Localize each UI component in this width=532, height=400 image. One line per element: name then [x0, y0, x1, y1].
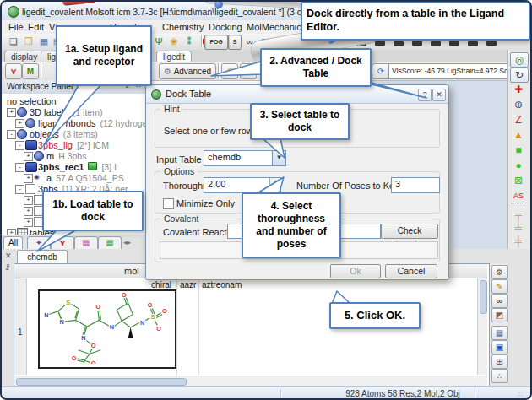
tree-expander-icon[interactable]: + [7, 229, 16, 235]
spinner-arrows[interactable]: ▲▼ [269, 178, 280, 192]
icm-object-icon [25, 140, 37, 150]
form-view-icon[interactable]: ▣ [491, 340, 508, 354]
translate-icon[interactable]: ✚ [510, 83, 527, 96]
table-tab-chemdb[interactable]: chemdb [17, 250, 68, 263]
clip-slab-icon[interactable]: ╪ [510, 235, 527, 248]
tab-molecule-icon[interactable]: ⋎ [51, 236, 74, 249]
app-icon [8, 6, 19, 18]
tree-expander-icon[interactable]: + [15, 119, 24, 128]
table-horizontal-scrollbar[interactable] [14, 376, 487, 386]
resize-grip[interactable]: .:: [517, 390, 523, 397]
menu-item-edit[interactable]: Edit [28, 22, 44, 32]
unselect-icon[interactable]: ⊠ [510, 174, 527, 187]
save-table-icon[interactable]: ▦ [491, 326, 508, 340]
menu-item-chemistry[interactable]: Chemistry [162, 22, 204, 32]
tab-selection-icon[interactable]: ✦ [27, 236, 51, 249]
cell-aazr[interactable]: aazr [180, 280, 196, 289]
hidden-toolbar-icon[interactable] [412, 41, 422, 46]
hidden-toolbar-icon[interactable] [394, 41, 404, 46]
tree-item-m[interactable]: mH 3pbs [46, 151, 86, 161]
tree-item-3pbs_rec1[interactable]: 3pbs_rec1[3] I [38, 162, 117, 172]
thoroughness-field[interactable]: 2.00 ▲▼ [204, 177, 281, 193]
ok-button[interactable]: Ok [330, 264, 381, 278]
green-sphere-icon[interactable]: ● [510, 159, 527, 172]
tab-display[interactable]: display [4, 51, 44, 62]
center-view-icon[interactable]: ◎ [510, 52, 529, 68]
tab-ligedit[interactable]: ligedit [156, 51, 192, 62]
search-binoculars-icon[interactable]: ∞ [491, 294, 508, 308]
selection-tool-icon[interactable]: ⁑ [182, 35, 196, 48]
chevron-down-icon[interactable]: ▼ [272, 151, 285, 165]
fog-button[interactable]: FOG [204, 35, 228, 50]
clip-back-icon[interactable]: ╧ [510, 221, 527, 235]
column-header-mol[interactable]: mol [124, 266, 139, 276]
tree-item-ligand-hbonds[interactable]: ligand hbonds(12 hydroge [38, 118, 146, 128]
dialog-title-bar[interactable]: Dock Table ? ✕ [146, 85, 448, 104]
lamp-icon[interactable]: ▲ [510, 128, 527, 142]
stereo-button[interactable]: S [228, 35, 242, 50]
plot-view-icon[interactable]: ∴ [491, 369, 508, 383]
tree-expander-icon[interactable]: - [15, 185, 24, 194]
residue-tool-icon[interactable]: ❀ [167, 35, 181, 48]
save-icon[interactable]: ▦ [37, 35, 51, 48]
tree-expander-icon[interactable]: + [24, 196, 33, 205]
green-square-icon[interactable]: ■ [510, 143, 527, 157]
redo-icon[interactable]: ↷ [240, 63, 257, 79]
callout-step1a: 1a. Setup ligand and receptor [56, 25, 152, 86]
hidden-toolbar-icon[interactable] [486, 41, 497, 46]
zoom-icon[interactable]: ⊕ [510, 98, 527, 111]
tree-expander-icon[interactable]: - [15, 141, 24, 150]
input-table-dropdown[interactable]: chemdb ▼ [204, 150, 286, 166]
tree-item-label: ligand hbonds [38, 118, 96, 128]
tab-table-green-icon[interactable]: ▦ [98, 236, 122, 249]
refresh-icon[interactable]: ⟳ [372, 63, 390, 79]
tree-item-a[interactable]: a57 A Q51504_PS [46, 173, 124, 183]
filter-chart-icon[interactable]: ◩ [491, 308, 508, 322]
hidden-toolbar-icon[interactable] [468, 41, 478, 46]
new-file-icon[interactable]: ❏ [7, 35, 20, 48]
undo-icon[interactable]: ↶ [221, 63, 238, 79]
tree-item-3d-labels[interactable]: 3D labels(1 item) [30, 107, 102, 117]
hidden-toolbar-icon[interactable] [431, 41, 441, 46]
menu-item-docking[interactable]: Docking [209, 22, 242, 32]
tree-expander-icon[interactable]: + [7, 108, 16, 117]
tab-scroll-arrows[interactable]: ◂▸ [123, 238, 131, 246]
close-table-icon[interactable]: ✕ [5, 251, 12, 260]
dialog-close-button[interactable]: ✕ [432, 89, 446, 101]
table-grid-icon[interactable]: ⊞ [491, 354, 508, 369]
hidden-toolbar-icon[interactable] [375, 41, 385, 46]
dialog-help-button[interactable]: ? [418, 89, 432, 101]
open-folder-icon[interactable]: ❒ [22, 35, 35, 48]
tree-expander-icon[interactable]: - [7, 130, 16, 139]
hidden-toolbar-icon[interactable] [449, 41, 459, 46]
edit-pencil-icon[interactable]: ✎ [491, 279, 508, 294]
tree-expander-icon[interactable]: + [24, 174, 33, 183]
tree-expander-icon[interactable]: + [24, 152, 33, 161]
receptor-display-icon[interactable]: M [22, 63, 39, 79]
tab-table-pink-icon[interactable]: ▦ [74, 236, 98, 249]
tree-expander-icon[interactable]: - [15, 163, 24, 172]
poses-field[interactable]: 3 [391, 177, 440, 193]
tree-expander-icon[interactable]: + [24, 207, 33, 216]
menu-item-molmechanics[interactable]: MolMechanics [247, 22, 306, 32]
clip-front-icon[interactable]: ╤ [510, 208, 527, 221]
rotate-icon[interactable]: ↻ [510, 68, 529, 83]
ligand-display-icon[interactable]: ⋎ [5, 63, 22, 79]
workspace-tab-all[interactable]: All [3, 236, 23, 249]
cell-aztreonam[interactable]: aztreonam [202, 280, 242, 289]
mol-structure-cell[interactable]: S N N N O O O O N O N S O O O [38, 289, 176, 369]
tree-item-objects[interactable]: objects(3 items) [30, 129, 98, 139]
table-vertical-scrollbar[interactable] [477, 278, 487, 375]
cancel-button[interactable]: Cancel [385, 264, 437, 278]
z-rotate-icon[interactable]: Z [510, 113, 527, 127]
tree-expander-icon[interactable]: + [24, 218, 33, 227]
table-tools-icon[interactable]: ⚙ [491, 265, 508, 279]
advanced-button[interactable]: ⚙ Advanced [159, 63, 216, 79]
menu-item-file[interactable]: File [8, 22, 24, 32]
check-reaction-button[interactable]: Check Reaction [381, 224, 438, 239]
tree-item-3pbs_lig[interactable]: 3pbs_lig[2*] ICM [38, 140, 109, 150]
atom-select-icon[interactable]: AS [510, 189, 527, 203]
ligand-tool-icon[interactable]: Ψ [152, 35, 166, 48]
float-table-icon[interactable]: ꗗ [5, 263, 9, 273]
minimize-only-checkbox[interactable] [163, 198, 174, 209]
